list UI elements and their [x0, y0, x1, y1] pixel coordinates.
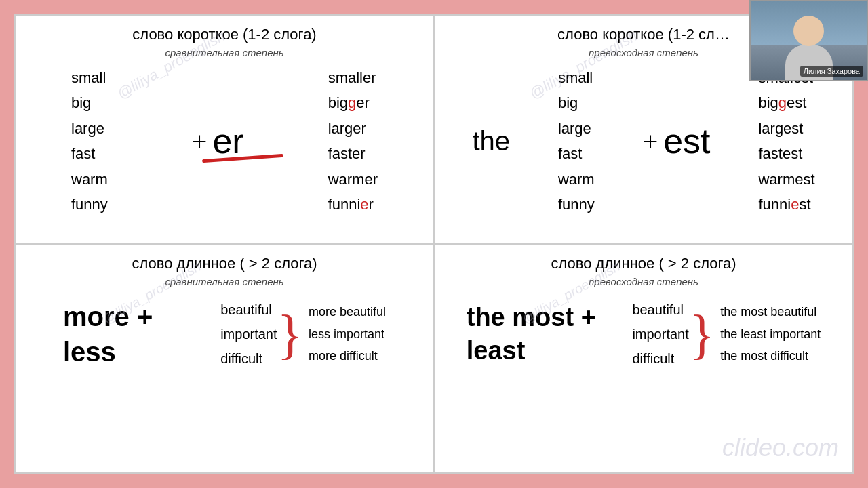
q2-formula: + est	[643, 121, 711, 161]
list-item: the most beautiful	[720, 301, 821, 323]
list-item: fast	[558, 141, 595, 166]
list-item: warmer	[328, 167, 378, 192]
list-item: small	[558, 65, 595, 90]
q4-result-list: the most beautiful the least important t…	[720, 301, 821, 367]
q3-subtitle: сравнительная степень	[29, 276, 420, 287]
list-item: important	[632, 322, 688, 346]
q3-prefix: more +less	[63, 299, 153, 369]
q1-suffix: er	[212, 121, 243, 161]
list-item: funny	[71, 192, 108, 217]
q3-brace-container: beautiful important difficult } more bea…	[220, 298, 386, 371]
q2-word-list-left: small big large fast warm funny	[558, 65, 595, 217]
q3-result-list: more beautiful less important more diffi…	[309, 301, 386, 367]
list-item: beautiful	[220, 298, 277, 322]
q3-content: more +less beautiful important difficult…	[29, 298, 420, 371]
quadrant-3: слово длинное ( > 2 слога) сравнительная…	[15, 244, 434, 473]
list-item: biggest	[758, 90, 814, 115]
q3-word-list: beautiful important difficult	[220, 298, 277, 371]
q2-word-list-right: smallest biggest largest fastest warmest…	[758, 65, 814, 217]
list-item: warmest	[758, 167, 814, 192]
clideo-watermark: clideo.com	[722, 434, 839, 462]
q3-title: слово длинное ( > 2 слога)	[29, 255, 420, 272]
q2-suffix: est	[663, 121, 710, 161]
brace-symbol: }	[689, 307, 715, 361]
list-item: largest	[758, 116, 814, 141]
list-item: larger	[328, 116, 378, 141]
q4-brace-container: beautiful important difficult } the most…	[632, 298, 821, 371]
q4-prefix: the most +least	[467, 301, 596, 368]
q1-word-list-left: small big large fast warm funny	[71, 65, 108, 217]
q4-word-list: beautiful important difficult	[632, 298, 688, 371]
q1-content: small big large fast warm funny + er sma…	[29, 65, 420, 217]
list-item: warm	[71, 167, 108, 192]
list-item: large	[71, 116, 108, 141]
q4-subtitle: превосходная степень	[448, 276, 839, 287]
list-item: difficult	[220, 346, 277, 371]
plus-sign: +	[192, 125, 208, 157]
er-container: er	[212, 121, 243, 161]
list-item: the least important	[720, 323, 821, 345]
list-item: funnier	[328, 192, 378, 217]
q1-formula: + er	[192, 121, 244, 161]
main-container: слово короткое (1-2 слога) сравнительная…	[14, 14, 854, 474]
q4-content: the most +least beautiful important diff…	[448, 298, 839, 371]
list-item: funny	[558, 192, 595, 217]
highlight: g	[778, 94, 787, 111]
plus-sign: +	[643, 125, 658, 157]
highlight: e	[791, 196, 799, 213]
quadrant-4: слово длинное ( > 2 слога) превосходная …	[434, 244, 853, 473]
highlight: e	[360, 196, 368, 213]
q1-subtitle: сравнительная степень	[29, 47, 420, 58]
highlight: g	[348, 94, 356, 111]
list-item: more beautiful	[309, 301, 386, 323]
list-item: less important	[309, 323, 386, 345]
list-item: smaller	[328, 65, 378, 90]
list-item: small	[71, 65, 108, 90]
person-head	[793, 16, 824, 46]
quadrant-1: слово короткое (1-2 слога) сравнительная…	[15, 15, 434, 244]
q4-title: слово длинное ( > 2 слога)	[448, 255, 839, 272]
video-person-name: Лилия Захарова	[800, 66, 863, 77]
list-item: faster	[328, 141, 378, 166]
list-item: more difficult	[309, 345, 386, 367]
list-item: funniest	[758, 192, 814, 217]
list-item: fastest	[758, 141, 814, 166]
list-item: bigger	[328, 90, 378, 115]
q2-content: the small big large fast warm funny + es…	[448, 65, 839, 217]
video-overlay: Лилия Захарова	[749, 0, 868, 81]
list-item: difficult	[632, 346, 688, 371]
list-item: the most difficult	[720, 345, 821, 367]
list-item: large	[558, 116, 595, 141]
list-item: beautiful	[632, 298, 688, 322]
q2-article: the	[472, 126, 510, 157]
list-item: fast	[71, 141, 108, 166]
list-item: big	[71, 90, 108, 115]
q1-word-list-right: smaller bigger larger faster warmer funn…	[328, 65, 378, 217]
q1-title: слово короткое (1-2 слога)	[29, 26, 420, 43]
brace-symbol: }	[277, 307, 303, 361]
list-item: warm	[558, 167, 595, 192]
list-item: important	[220, 322, 277, 346]
list-item: big	[558, 90, 595, 115]
